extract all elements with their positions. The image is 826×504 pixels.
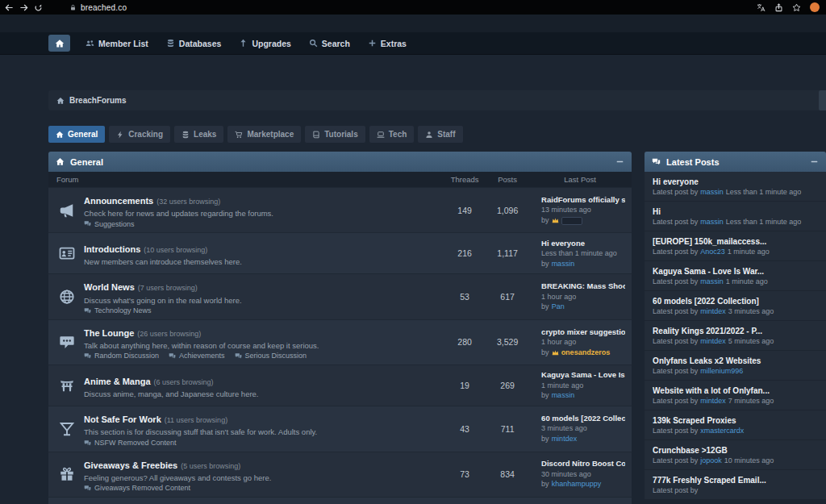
latest-post-by-label: Latest post by <box>653 367 698 375</box>
last-post-link[interactable]: RaidForums officially sei... <box>541 195 625 205</box>
category-tab[interactable]: General <box>48 126 105 143</box>
latest-post-link[interactable]: 60 models [2022 Collection] <box>653 297 818 306</box>
latest-post-link[interactable]: 777k Freshly Scraped Email... <box>653 476 818 485</box>
last-post-link[interactable]: Hi everyone <box>541 239 625 248</box>
subforum-chip[interactable]: NSFW Removed Content <box>84 439 177 448</box>
forum-title-link[interactable]: Introductions <box>84 244 140 254</box>
latest-post-user-link[interactable]: mintdex <box>700 307 726 315</box>
latest-post-user-link[interactable]: millenium996 <box>700 367 743 375</box>
nav-item[interactable]: Extras <box>360 35 415 52</box>
category-tab[interactable]: Leaks <box>174 126 223 143</box>
latest-post-by-label: Latest post by <box>653 337 698 345</box>
bookmark-star-icon[interactable] <box>792 3 801 12</box>
latest-post-user-link[interactable]: jopook <box>700 456 722 464</box>
last-post-user-link[interactable]: massin <box>552 391 575 401</box>
subforum-chip[interactable]: Giveaways Removed Content <box>84 484 190 493</box>
latest-post-user-link[interactable]: Anoc23 <box>700 248 725 256</box>
latest-post-link[interactable]: Onlyfans Leaks x2 Websites <box>653 356 818 365</box>
forward-icon[interactable] <box>19 3 28 12</box>
latest-post-link[interactable]: Hi <box>653 207 818 216</box>
last-post-user-link[interactable]: Pan <box>552 302 565 312</box>
last-post-link[interactable]: 60 models [2022 Collectio... <box>541 414 625 423</box>
last-post-user-link[interactable]: khanhampuppy <box>552 480 602 489</box>
latest-posts-panel: Latest Posts Hi everyone Latest post by … <box>645 152 826 500</box>
latest-posts-header: Latest Posts <box>645 152 826 172</box>
forum-title-link[interactable]: The Lounge <box>84 328 134 338</box>
nav-item[interactable]: Databases <box>158 35 230 52</box>
latest-post-user-link[interactable]: mintdex <box>700 397 726 405</box>
latest-post-item: Hi Latest post by massin Less than 1 min… <box>645 202 826 231</box>
last-post-cell: Kaguya Sama - Love Is War... 1 minute ag… <box>528 370 632 401</box>
reload-icon[interactable] <box>34 3 43 12</box>
breadcrumb[interactable]: BreachForums <box>48 90 826 110</box>
posts-count: 1,117 <box>486 248 528 258</box>
nav-item[interactable]: Upgrades <box>231 35 298 52</box>
nav-item[interactable]: Search <box>301 35 358 52</box>
translate-icon[interactable] <box>757 3 766 12</box>
browser-profile-avatar[interactable] <box>810 2 820 12</box>
forum-title-link[interactable]: Announcements <box>84 196 153 206</box>
last-post-link[interactable]: BREAKING: Mass Shooting o... <box>541 281 625 291</box>
nav-home-button[interactable] <box>48 35 70 52</box>
latest-post-by-label: Latest post by <box>653 218 698 226</box>
nav-item[interactable]: Member List <box>77 35 156 52</box>
category-tab[interactable]: Marketplace <box>227 126 301 143</box>
share-icon[interactable] <box>774 3 783 12</box>
last-post-user-link[interactable]: massin <box>552 260 575 269</box>
collapse-icon[interactable] <box>810 157 819 166</box>
threads-count: 280 <box>443 337 486 347</box>
forum-title-link[interactable]: Not Safe For Work <box>84 414 161 424</box>
category-tab[interactable]: Cracking <box>109 126 170 143</box>
forum-title-link[interactable]: Giveaways & Freebies <box>84 460 177 470</box>
last-post-link[interactable]: crypto mixer suggestions <box>541 327 625 337</box>
latest-post-link[interactable]: Hi everyone <box>653 177 818 186</box>
subforum-list: Random Discussion Achievements Serious D… <box>84 352 319 360</box>
last-post-link[interactable]: Kaguya Sama - Love Is War... <box>541 370 625 380</box>
category-tab[interactable]: Tutorials <box>305 126 365 143</box>
subforum-chip[interactable]: Random Discussion <box>84 352 159 360</box>
last-post-user-link[interactable]: mintdex <box>552 435 578 444</box>
latest-post-link[interactable]: Kaguya Sama - Love Is War... <box>653 267 818 276</box>
upgrade-icon <box>239 39 248 48</box>
tab-label: General <box>68 130 98 139</box>
subforum-chip[interactable]: Serious Discussion <box>235 352 307 360</box>
latest-post-link[interactable]: 139k Scraped Proxies <box>653 416 818 425</box>
home-icon <box>56 97 65 105</box>
subforum-chip[interactable]: Achievements <box>169 352 225 360</box>
last-post-time: Less than 1 minute ago <box>541 249 625 259</box>
username-image-badge[interactable] <box>561 217 582 225</box>
clipped-edge-button[interactable] <box>819 90 826 110</box>
threads-count: 43 <box>443 424 486 434</box>
back-icon[interactable] <box>5 3 14 12</box>
subforum-chip[interactable]: Suggestions <box>84 220 135 229</box>
latest-post-user-link[interactable]: massin <box>700 188 724 196</box>
last-post-link[interactable]: Discord Nitro Boost Codes... <box>541 459 625 469</box>
category-tab[interactable]: Staff <box>418 126 462 143</box>
tab-label: Leaks <box>194 130 216 139</box>
latest-post-user-link[interactable]: massin <box>700 218 724 226</box>
latest-post-meta: Latest post by xmastercardx <box>653 427 818 435</box>
latest-post-time: 10 minutes ago <box>724 456 774 464</box>
address-bar[interactable]: breached.co <box>69 3 127 12</box>
latest-post-user-link[interactable]: mintdex <box>700 337 726 345</box>
latest-post-link[interactable]: [EUROPE] 150k_mailaccess... <box>653 237 818 246</box>
latest-post-link[interactable]: Website with a lot of Onlyfan... <box>653 386 818 395</box>
forum-page: Member List Databases Upgrades Search Ex… <box>0 15 826 504</box>
collapse-icon[interactable] <box>615 157 624 166</box>
last-post-time: 1 hour ago <box>541 338 625 348</box>
last-post-user-link[interactable]: onesandzeros <box>561 348 611 358</box>
latest-post-user-link[interactable]: xmastercardx <box>700 427 744 435</box>
latest-post-link[interactable]: Reality Kings 2021/2022 - P... <box>653 327 818 335</box>
forum-description: Check here for news and updates regardin… <box>84 209 273 218</box>
latest-post-item: [EUROPE] 150k_mailaccess... Latest post … <box>645 231 826 261</box>
browser-chrome: breached.co <box>0 0 826 15</box>
latest-post-link[interactable]: Crunchbase >12GB <box>653 446 818 455</box>
forum-row: Introductions(10 users browsing) New mem… <box>48 232 632 273</box>
forum-rows: Announcements(32 users browsing) Check h… <box>48 187 632 504</box>
forum-title-link[interactable]: Anime & Manga <box>84 377 151 386</box>
latest-post-time: 3 minutes ago <box>728 307 774 315</box>
category-tab[interactable]: Tech <box>369 126 415 143</box>
forum-title-link[interactable]: World News <box>84 282 135 292</box>
latest-post-user-link[interactable]: massin <box>700 277 724 285</box>
subforum-chip[interactable]: Technology News <box>84 306 152 315</box>
